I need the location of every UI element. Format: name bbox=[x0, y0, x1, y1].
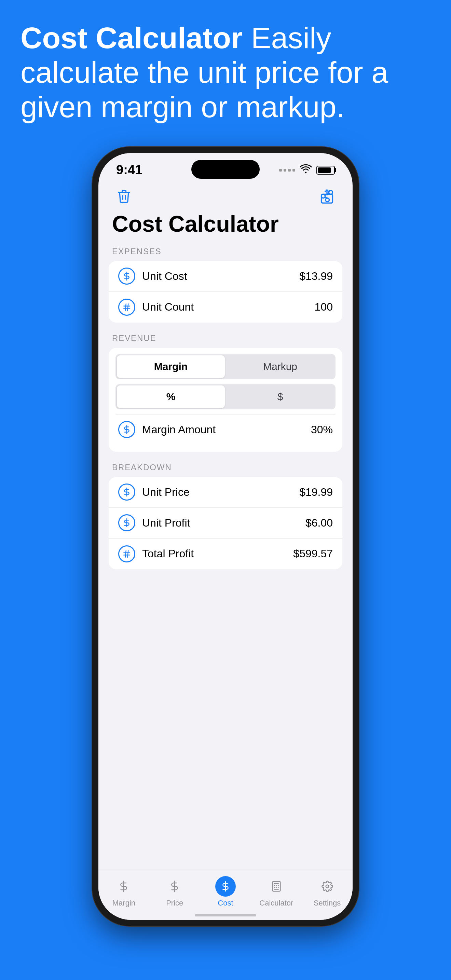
price-tab-icon-wrap bbox=[164, 876, 185, 897]
revenue-card: Margin Markup % $ bbox=[109, 348, 342, 452]
markup-tab[interactable]: Markup bbox=[226, 355, 334, 378]
unit-price-value: $19.99 bbox=[299, 486, 333, 498]
margin-amount-value: 30% bbox=[311, 423, 333, 436]
margin-tab-icon-wrap bbox=[113, 876, 134, 897]
percent-tab[interactable]: % bbox=[117, 385, 225, 408]
app-content: Cost Calculator EXPENSES Unit Cost bbox=[98, 181, 353, 900]
unit-profit-value: $6.00 bbox=[305, 517, 333, 529]
dollar-icon bbox=[118, 267, 135, 285]
margin-markup-segment: Margin Markup bbox=[116, 354, 335, 379]
tab-settings[interactable]: Settings bbox=[302, 876, 353, 908]
unit-price-label: Unit Price bbox=[142, 486, 292, 498]
tab-cost[interactable]: Cost bbox=[200, 876, 251, 908]
breakdown-card: Unit Price $19.99 Unit Profit $6.00 bbox=[109, 477, 342, 569]
unit-cost-value: $13.99 bbox=[299, 270, 333, 283]
home-indicator bbox=[195, 914, 256, 916]
svg-line-11 bbox=[125, 550, 126, 557]
nav-bar bbox=[109, 181, 342, 212]
dollar-tab[interactable]: $ bbox=[226, 385, 334, 408]
phone-frame: 9:41 bbox=[92, 147, 359, 926]
margin-amount-row[interactable]: Margin Amount 30% bbox=[116, 414, 335, 445]
expenses-section: EXPENSES Unit Cost $13.99 bbox=[109, 247, 342, 323]
svg-rect-16 bbox=[272, 881, 280, 891]
percent-dollar-segment: % $ bbox=[116, 384, 335, 409]
signal-icon bbox=[279, 169, 295, 172]
phone-screen: 9:41 bbox=[98, 153, 353, 920]
svg-line-12 bbox=[127, 550, 128, 557]
svg-line-5 bbox=[127, 304, 128, 310]
battery-icon bbox=[316, 166, 335, 175]
unit-cost-label: Unit Cost bbox=[142, 270, 292, 283]
margin-tab[interactable]: Margin bbox=[117, 355, 225, 378]
tab-calculator[interactable]: Calculator bbox=[251, 876, 302, 908]
app-name-bold: Cost Calculator bbox=[21, 21, 243, 55]
status-time: 9:41 bbox=[116, 163, 142, 177]
total-profit-icon bbox=[118, 546, 135, 562]
page-title: Cost Calculator bbox=[112, 212, 339, 237]
calculator-tab-icon-wrap bbox=[266, 876, 287, 897]
header-text: Cost Calculator Easily calculate the uni… bbox=[21, 21, 430, 124]
tab-price[interactable]: Price bbox=[149, 876, 200, 908]
calculator-tab-label: Calculator bbox=[259, 899, 293, 908]
cost-tab-label: Cost bbox=[218, 899, 233, 908]
unit-cost-row[interactable]: Unit Cost $13.99 bbox=[109, 261, 342, 292]
unit-profit-icon bbox=[118, 514, 135, 531]
unit-count-label: Unit Count bbox=[142, 301, 308, 313]
unit-profit-label: Unit Profit bbox=[142, 517, 299, 529]
unit-count-value: 100 bbox=[315, 301, 333, 313]
wifi-icon bbox=[299, 164, 312, 176]
delete-button[interactable] bbox=[112, 184, 136, 208]
total-profit-label: Total Profit bbox=[142, 547, 286, 560]
margin-tab-label: Margin bbox=[113, 899, 135, 908]
status-icons bbox=[279, 164, 335, 176]
expenses-card: Unit Cost $13.99 Un bbox=[109, 261, 342, 323]
hash-icon bbox=[118, 299, 135, 316]
svg-line-4 bbox=[125, 304, 126, 310]
share-button[interactable] bbox=[315, 184, 339, 208]
revenue-section: REVENUE Margin Markup % $ bbox=[109, 334, 342, 452]
dynamic-island bbox=[191, 160, 260, 179]
total-profit-row[interactable]: Total Profit $599.57 bbox=[109, 539, 342, 569]
unit-price-row[interactable]: Unit Price $19.99 bbox=[109, 477, 342, 508]
cost-tab-icon-wrap bbox=[215, 876, 236, 897]
tab-margin[interactable]: Margin bbox=[98, 876, 149, 908]
expenses-label: EXPENSES bbox=[109, 247, 342, 256]
breakdown-label: BREAKDOWN bbox=[109, 463, 342, 472]
svg-point-25 bbox=[326, 885, 329, 888]
header-section: Cost Calculator Easily calculate the uni… bbox=[21, 21, 430, 124]
unit-count-row[interactable]: Unit Count 100 bbox=[109, 292, 342, 323]
settings-tab-label: Settings bbox=[314, 899, 341, 908]
margin-dollar-icon bbox=[118, 421, 135, 438]
revenue-label: REVENUE bbox=[109, 334, 342, 343]
margin-amount-label: Margin Amount bbox=[142, 423, 304, 436]
unit-price-icon bbox=[118, 484, 135, 501]
tab-bar: Margin Price bbox=[98, 870, 353, 920]
unit-profit-row[interactable]: Unit Profit $6.00 bbox=[109, 508, 342, 539]
total-profit-value: $599.57 bbox=[293, 547, 333, 560]
price-tab-label: Price bbox=[166, 899, 183, 908]
settings-tab-icon-wrap bbox=[317, 876, 338, 897]
breakdown-section: BREAKDOWN Unit Price $19.99 bbox=[109, 463, 342, 569]
